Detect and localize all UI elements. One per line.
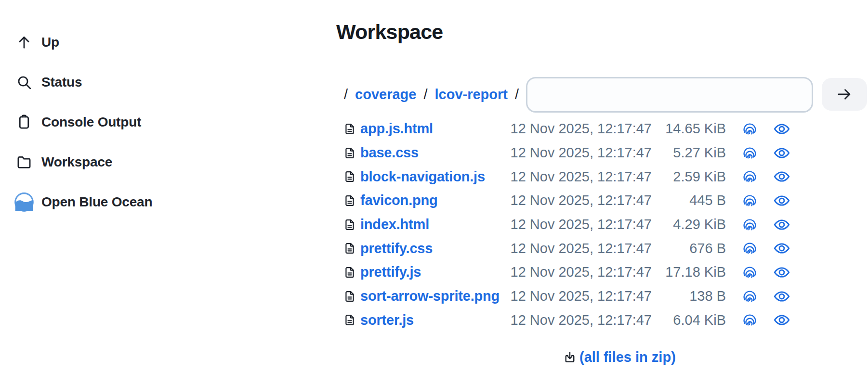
fingerprint-button[interactable] [741, 145, 758, 161]
blue-ocean-icon [13, 192, 35, 213]
file-icon [343, 218, 356, 231]
file-icon [343, 122, 356, 136]
sidebar-item-label: Open Blue Ocean [41, 194, 152, 210]
fingerprint-icon [741, 312, 758, 328]
fingerprint-icon [741, 192, 758, 209]
file-name-link[interactable]: block-navigation.js [360, 169, 485, 185]
fingerprint-icon [741, 145, 758, 161]
file-size: 138 B [689, 288, 726, 304]
table-row: sort-arrow-sprite.png 12 Nov 2025, 12:17… [337, 284, 790, 308]
breadcrumb-separator: / [423, 87, 427, 102]
file-modified: 12 Nov 2025, 12:17:47 [511, 264, 652, 280]
fingerprint-button[interactable] [741, 217, 758, 233]
clipboard-icon [16, 114, 32, 130]
view-button[interactable] [773, 288, 790, 305]
file-name-link[interactable]: prettify.js [360, 264, 421, 280]
fingerprint-icon [741, 264, 758, 281]
breadcrumb-separator: / [515, 87, 519, 102]
breadcrumb: / coverage / lcov-report / [344, 76, 519, 113]
file-icon [343, 194, 356, 207]
fingerprint-button[interactable] [741, 121, 758, 137]
fingerprint-icon [741, 217, 758, 233]
file-size: 445 B [689, 192, 726, 208]
fingerprint-icon [741, 168, 758, 185]
path-input[interactable] [526, 77, 813, 113]
eye-icon [773, 120, 790, 138]
eye-icon [773, 216, 790, 233]
file-name-link[interactable]: index.html [360, 217, 429, 232]
breadcrumb-separator: / [344, 87, 348, 102]
eye-icon [773, 264, 790, 281]
fingerprint-button[interactable] [741, 264, 758, 281]
fingerprint-button[interactable] [741, 312, 758, 328]
table-row: prettify.css 12 Nov 2025, 12:17:47 676 B [337, 236, 790, 260]
eye-icon [773, 192, 790, 209]
sidebar-item-open-blue-ocean[interactable]: Open Blue Ocean [13, 191, 152, 214]
file-modified: 12 Nov 2025, 12:17:47 [511, 241, 652, 256]
breadcrumb-link-lcov-report[interactable]: lcov-report [434, 87, 507, 102]
page-title: Workspace [336, 20, 443, 44]
view-button[interactable] [773, 240, 790, 257]
zip-download-link[interactable]: (all files in zip) [579, 349, 676, 365]
file-modified: 12 Nov 2025, 12:17:47 [511, 169, 652, 185]
file-icon [343, 170, 356, 183]
sidebar-item-workspace[interactable]: Workspace [13, 151, 152, 174]
search-icon [16, 74, 32, 90]
fingerprint-button[interactable] [741, 192, 758, 209]
file-icon [343, 290, 356, 303]
path-submit-button[interactable] [822, 78, 867, 111]
eye-icon [773, 144, 790, 162]
file-modified: 12 Nov 2025, 12:17:47 [511, 121, 652, 137]
view-button[interactable] [773, 264, 790, 281]
view-button[interactable] [773, 168, 790, 185]
fingerprint-icon [741, 121, 758, 137]
table-row: sorter.js 12 Nov 2025, 12:17:47 6.04 KiB [337, 308, 790, 333]
arrow-up-icon [16, 34, 32, 51]
table-row: favicon.png 12 Nov 2025, 12:17:47 445 B [337, 189, 790, 213]
view-button[interactable] [773, 144, 790, 162]
file-size: 676 B [689, 241, 726, 256]
arrow-right-icon [836, 86, 853, 103]
file-size: 17.18 KiB [665, 264, 726, 280]
file-name-link[interactable]: sort-arrow-sprite.png [360, 288, 500, 304]
file-icon [343, 242, 356, 255]
file-name-link[interactable]: prettify.css [360, 241, 433, 256]
fingerprint-button[interactable] [741, 240, 758, 256]
view-button[interactable] [773, 311, 790, 329]
file-name-link[interactable]: app.js.html [360, 121, 433, 137]
file-size: 2.59 KiB [673, 169, 726, 185]
table-row: base.css 12 Nov 2025, 12:17:47 5.27 KiB [337, 141, 790, 165]
table-row: block-navigation.js 12 Nov 2025, 12:17:4… [337, 165, 790, 189]
breadcrumb-link-coverage[interactable]: coverage [355, 87, 416, 102]
sidebar-item-up[interactable]: Up [13, 31, 152, 54]
sidebar-item-label: Up [41, 35, 59, 50]
view-button[interactable] [773, 120, 790, 138]
file-icon [343, 266, 356, 279]
file-name-link[interactable]: sorter.js [360, 312, 414, 328]
sidebar-item-console-output[interactable]: Console Output [13, 111, 152, 134]
fingerprint-icon [741, 240, 758, 256]
eye-icon [773, 311, 790, 329]
folder-icon [16, 154, 32, 170]
file-name-link[interactable]: favicon.png [360, 192, 438, 208]
table-row: app.js.html 12 Nov 2025, 12:17:47 14.65 … [337, 117, 790, 141]
download-icon [563, 350, 577, 365]
sidebar-item-label: Workspace [41, 154, 112, 170]
file-size: 4.29 KiB [673, 217, 726, 232]
file-modified: 12 Nov 2025, 12:17:47 [511, 192, 652, 208]
view-button[interactable] [773, 192, 790, 209]
file-icon [343, 146, 356, 160]
view-button[interactable] [773, 216, 790, 233]
file-name-link[interactable]: base.css [360, 145, 419, 161]
zip-download-row: (all files in zip) [563, 349, 676, 365]
fingerprint-button[interactable] [741, 168, 758, 185]
file-table: app.js.html 12 Nov 2025, 12:17:47 14.65 … [337, 117, 790, 332]
sidebar-item-label: Console Output [41, 115, 141, 130]
eye-icon [773, 240, 790, 257]
file-modified: 12 Nov 2025, 12:17:47 [511, 145, 652, 161]
file-modified: 12 Nov 2025, 12:17:47 [511, 312, 652, 328]
sidebar-item-status[interactable]: Status [13, 71, 152, 94]
table-row: prettify.js 12 Nov 2025, 12:17:47 17.18 … [337, 260, 790, 284]
file-size: 5.27 KiB [673, 145, 726, 161]
fingerprint-button[interactable] [741, 288, 758, 305]
